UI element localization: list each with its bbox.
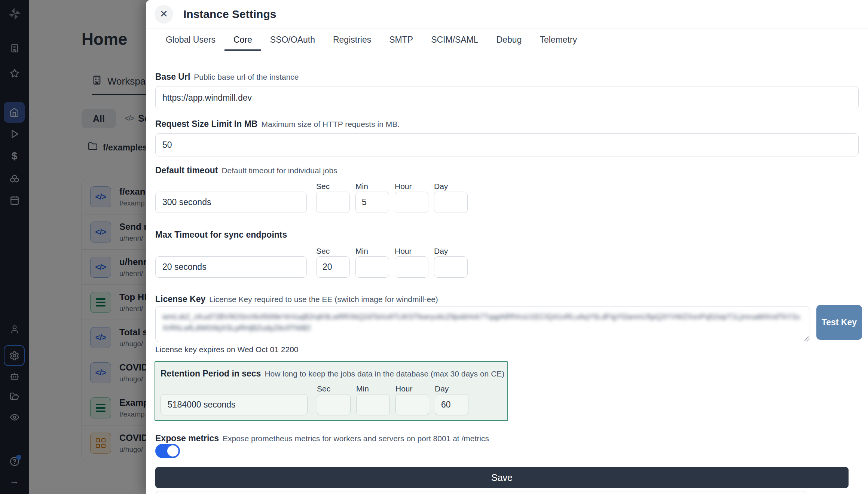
min-label: Min — [356, 384, 369, 393]
sec-label: Sec — [317, 384, 330, 393]
license-expiry-text: License key expires on Wed Oct 01 2200 — [155, 345, 299, 354]
request-size-label: Request Size Limit In MBMaximum size of … — [155, 119, 400, 129]
modal-title: Instance Settings — [183, 8, 276, 21]
max-timeout-label: Max Timeout for sync endpoints — [155, 230, 287, 240]
tab-debug[interactable]: Debug — [488, 28, 531, 51]
hour-label: Hour — [395, 384, 413, 393]
license-key-label: License KeyLicense Key required to use t… — [155, 294, 438, 304]
sec-label: Sec — [316, 182, 330, 191]
day-label: Day — [434, 247, 448, 256]
request-size-input[interactable] — [155, 133, 859, 156]
default-timeout-sec-input[interactable] — [316, 192, 350, 213]
tab-registries[interactable]: Registries — [324, 28, 380, 51]
partial-input-below — [155, 491, 806, 494]
default-timeout-row: Sec Min Hour Day — [155, 182, 859, 214]
max-timeout-input[interactable] — [155, 256, 307, 278]
default-timeout-day-input[interactable] — [434, 192, 468, 213]
day-label: Day — [434, 182, 448, 191]
max-timeout-min-input[interactable] — [355, 256, 389, 278]
retention-row: Sec Min Hour Day — [161, 384, 505, 417]
tab-sso-oauth[interactable]: SSO/OAuth — [261, 28, 324, 51]
license-key-textarea[interactable]: wmLsk2_cKud72BV9OSmXk450t9eYeVuqB2rqK9Lw… — [155, 306, 810, 342]
default-timeout-input[interactable] — [155, 192, 307, 213]
test-key-button[interactable]: Test Key — [816, 305, 862, 340]
default-timeout-hour-input[interactable] — [395, 192, 428, 213]
retention-hour-input[interactable] — [395, 394, 429, 415]
instance-settings-modal: ✕ Instance Settings Global Users Core SS… — [146, 0, 868, 494]
tab-core[interactable]: Core — [224, 28, 261, 51]
tab-smtp[interactable]: SMTP — [380, 28, 422, 51]
tab-telemetry[interactable]: Telemetry — [531, 28, 586, 51]
max-timeout-row: Sec Min Hour Day — [155, 247, 859, 279]
close-icon[interactable]: ✕ — [155, 5, 173, 24]
license-key-value: wmLsk2_cKud72BV9OSmXk450t9eYeVuqB2rqK9Lw… — [162, 311, 803, 333]
retention-day-input[interactable] — [435, 394, 468, 415]
hour-label: Hour — [395, 182, 412, 191]
tab-global-users[interactable]: Global Users — [157, 28, 224, 51]
expose-metrics-label: Expose metricsExpose prometheus metrics … — [155, 433, 489, 443]
retention-label: Retention Period in secsHow long to keep… — [161, 369, 504, 379]
max-timeout-sec-input[interactable] — [316, 256, 350, 278]
max-timeout-hour-input[interactable] — [395, 256, 428, 278]
base-url-input[interactable] — [155, 86, 859, 109]
day-label: Day — [435, 384, 449, 393]
default-timeout-min-input[interactable] — [355, 192, 389, 213]
base-url-label: Base UrlPublic base url of the instance — [155, 72, 299, 82]
retention-sec-input[interactable] — [317, 394, 351, 415]
tab-scim-saml[interactable]: SCIM/SAML — [422, 28, 488, 51]
hour-label: Hour — [395, 247, 412, 256]
screen: Home Workspa All </> Sc f/examples_ </> … — [0, 0, 868, 494]
sec-label: Sec — [316, 247, 330, 256]
min-label: Min — [355, 182, 368, 191]
retention-min-input[interactable] — [356, 394, 390, 415]
retention-input[interactable] — [161, 394, 308, 415]
max-timeout-day-input[interactable] — [434, 256, 468, 278]
default-timeout-label: Default timeoutDefault timeout for indiv… — [155, 165, 337, 176]
retention-period-section: Retention Period in secsHow long to keep… — [155, 361, 508, 421]
expose-metrics-toggle[interactable] — [155, 444, 180, 458]
modal-header: ✕ Instance Settings — [146, 0, 868, 28]
settings-tabs: Global Users Core SSO/OAuth Registries S… — [146, 28, 868, 51]
save-button[interactable]: Save — [155, 467, 849, 488]
min-label: Min — [355, 247, 368, 256]
